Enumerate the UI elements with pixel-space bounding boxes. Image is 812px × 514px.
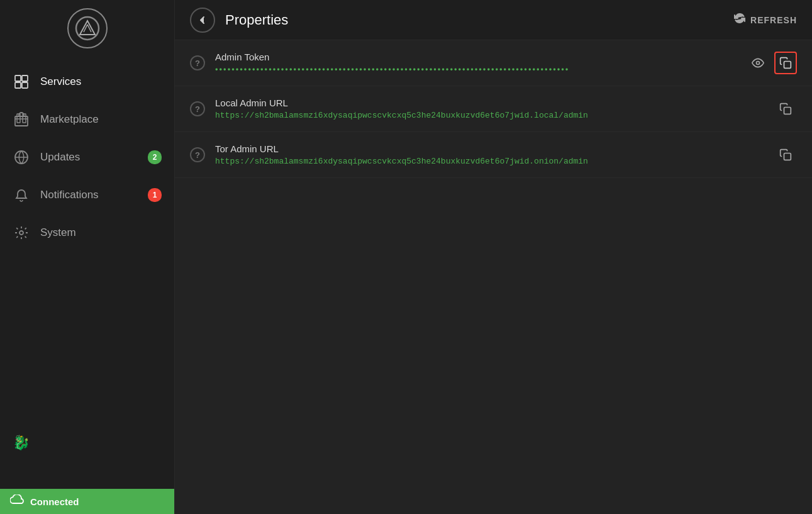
help-icon-tor-admin-url[interactable]: ? — [190, 147, 205, 162]
tor-admin-url-actions — [774, 143, 797, 166]
back-button[interactable] — [190, 8, 215, 33]
svg-rect-14 — [784, 108, 791, 115]
marketplace-label: Marketplace — [40, 113, 99, 126]
sidebar-item-updates[interactable]: Updates 2 — [0, 138, 174, 176]
refresh-button[interactable]: REFRESH — [734, 13, 797, 27]
sidebar: Services Marketplace — [0, 0, 175, 514]
sidebar-navigation: Services Marketplace — [0, 57, 174, 425]
updates-icon — [13, 148, 30, 166]
admin-token-actions — [747, 52, 797, 74]
local-admin-url-value: https://sh2bmalamsmzi6xdysaqipwcscvkcxq5… — [215, 111, 764, 120]
svg-rect-3 — [15, 82, 21, 88]
admin-token-copy-button[interactable] — [774, 52, 797, 74]
svg-point-11 — [19, 231, 23, 235]
dragon-icon: 🐉 — [13, 435, 30, 451]
sidebar-item-notifications[interactable]: Notifications 1 — [0, 176, 174, 214]
connected-bar[interactable]: Connected — [0, 489, 174, 514]
admin-token-value: ••••••••••••••••••••••••••••••••••••••••… — [215, 65, 737, 74]
sidebar-item-services[interactable]: Services — [0, 63, 174, 101]
admin-token-content: Admin Token ••••••••••••••••••••••••••••… — [215, 52, 737, 74]
admin-token-label: Admin Token — [215, 52, 737, 62]
svg-rect-2 — [22, 75, 28, 81]
refresh-label: REFRESH — [750, 15, 797, 25]
local-admin-url-copy-button[interactable] — [774, 98, 797, 120]
tor-admin-url-copy-button[interactable] — [774, 143, 797, 166]
svg-point-12 — [757, 62, 760, 65]
svg-rect-13 — [784, 62, 791, 69]
local-admin-url-label: Local Admin URL — [215, 98, 764, 108]
updates-label: Updates — [40, 151, 80, 164]
notifications-label: Notifications — [40, 189, 99, 201]
system-icon — [13, 224, 30, 242]
tor-admin-url-label: Tor Admin URL — [215, 143, 764, 154]
header-left: Properties — [190, 8, 288, 33]
sidebar-logo — [0, 0, 174, 57]
services-label: Services — [40, 75, 81, 88]
marketplace-icon — [13, 111, 30, 128]
refresh-icon — [734, 13, 745, 27]
local-admin-url-actions — [774, 98, 797, 120]
services-icon — [13, 73, 30, 91]
properties-list: ? Admin Token ••••••••••••••••••••••••••… — [175, 40, 812, 514]
admin-token-eye-button[interactable] — [747, 52, 769, 74]
svg-rect-1 — [15, 75, 21, 81]
tor-admin-url-content: Tor Admin URL https://sh2bmalamsmzi6xdys… — [215, 143, 764, 166]
help-icon-local-admin-url[interactable]: ? — [190, 101, 205, 116]
svg-rect-15 — [784, 154, 791, 160]
page-title: Properties — [225, 12, 288, 28]
sidebar-bottom: 🐉 — [0, 425, 174, 461]
property-row-admin-token: ? Admin Token ••••••••••••••••••••••••••… — [175, 40, 812, 86]
property-row-local-admin-url: ? Local Admin URL https://sh2bmalamsmzi6… — [175, 86, 812, 132]
system-label: System — [40, 226, 76, 239]
notifications-badge: 1 — [148, 188, 162, 202]
tor-admin-url-value: https://sh2bmalamsmzi6xdysaqipwcscvkcxq5… — [215, 157, 764, 166]
cloud-icon — [10, 494, 24, 509]
property-row-tor-admin-url: ? Tor Admin URL https://sh2bmalamsmzi6xd… — [175, 132, 812, 178]
sidebar-item-system[interactable]: System — [0, 214, 174, 252]
svg-rect-4 — [22, 82, 28, 88]
main-content: Properties REFRESH ? Admin Token •••••••… — [175, 0, 812, 514]
updates-badge: 2 — [148, 150, 162, 164]
local-admin-url-content: Local Admin URL https://sh2bmalamsmzi6xd… — [215, 98, 764, 120]
app-logo — [67, 8, 108, 48]
help-icon-admin-token[interactable]: ? — [190, 55, 205, 70]
notifications-icon — [13, 186, 30, 204]
main-header: Properties REFRESH — [175, 0, 812, 40]
sidebar-item-marketplace[interactable]: Marketplace — [0, 101, 174, 138]
connected-label: Connected — [30, 496, 79, 507]
